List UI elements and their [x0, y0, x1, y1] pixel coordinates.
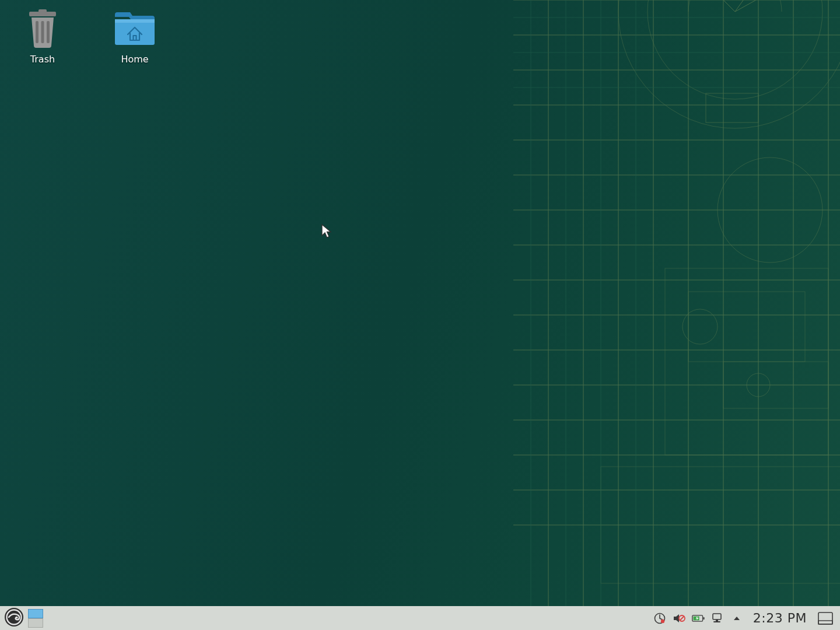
svg-point-30 [747, 373, 770, 397]
svg-point-29 [682, 309, 718, 344]
svg-rect-66 [716, 620, 718, 621]
battery-charging-icon[interactable] [692, 612, 705, 625]
svg-point-26 [618, 0, 840, 128]
updates-icon[interactable] [653, 612, 666, 625]
desktop-icon-label: Home [121, 54, 148, 65]
svg-line-36 [735, 0, 840, 12]
svg-rect-49 [36, 21, 38, 43]
svg-point-27 [648, 0, 822, 99]
svg-rect-50 [41, 21, 44, 43]
show-desktop-button[interactable] [817, 610, 834, 626]
svg-rect-52 [115, 19, 155, 45]
svg-rect-53 [115, 19, 155, 23]
desktop-icon-home[interactable]: Home [103, 8, 167, 65]
home-folder-icon [114, 8, 156, 49]
svg-point-28 [718, 158, 822, 262]
panel-clock[interactable]: 2:23 PM [750, 611, 810, 625]
svg-rect-31 [665, 268, 828, 455]
taskbar-panel: 2:23 PM [0, 606, 840, 630]
svg-rect-34 [706, 93, 758, 123]
desktop-icon-label: Trash [30, 54, 55, 65]
notifications-arrow-icon[interactable] [730, 612, 743, 625]
svg-rect-63 [703, 617, 704, 619]
trash-icon [22, 8, 64, 49]
network-icon[interactable] [711, 612, 724, 625]
svg-rect-51 [47, 21, 50, 43]
system-tray: 2:23 PM [653, 606, 838, 630]
svg-line-37 [735, 0, 793, 12]
svg-rect-48 [38, 9, 47, 13]
volume-muted-icon[interactable] [673, 612, 685, 625]
desktop-icon-trash[interactable]: Trash [10, 8, 75, 65]
desktop-background[interactable]: Trash Home [0, 0, 840, 606]
wallpaper-decor [513, 0, 840, 606]
svg-rect-67 [713, 621, 720, 622]
svg-rect-68 [818, 612, 832, 624]
workspace-2[interactable] [28, 618, 43, 628]
svg-rect-35 [723, 362, 828, 408]
svg-rect-65 [713, 614, 721, 620]
workspace-pager[interactable] [28, 608, 44, 628]
svg-point-57 [16, 617, 18, 618]
svg-rect-32 [688, 292, 805, 362]
svg-line-61 [680, 616, 684, 620]
svg-point-55 [5, 608, 23, 626]
opensuse-logo-icon [4, 607, 24, 629]
workspace-1[interactable] [28, 609, 43, 618]
cursor-pointer-icon [321, 224, 332, 238]
start-menu-button[interactable] [2, 607, 26, 629]
svg-line-38 [665, 0, 735, 12]
svg-point-59 [661, 619, 664, 622]
svg-rect-69 [818, 621, 832, 624]
svg-rect-33 [601, 467, 840, 583]
